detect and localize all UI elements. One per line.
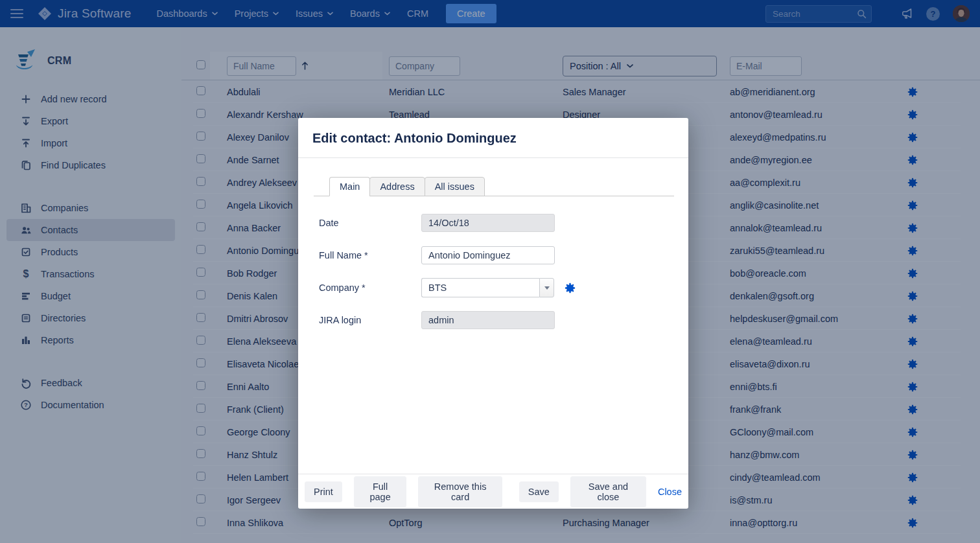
dialog-header: Edit contact: Antonio Dominguez — [298, 118, 688, 158]
company-combobox — [421, 278, 554, 297]
dropdown-arrow-icon — [544, 286, 550, 290]
date-field[interactable] — [421, 214, 555, 232]
print-button[interactable]: Print — [305, 481, 342, 502]
company-field[interactable] — [421, 278, 539, 297]
dialog-title: Edit contact: Antonio Dominguez — [312, 131, 674, 146]
edit-contact-dialog: Edit contact: Antonio Dominguez Main Add… — [298, 118, 688, 509]
company-label: Company * — [319, 283, 421, 293]
dialog-tabs: Main Address All issues — [314, 177, 674, 196]
full-name-field[interactable] — [421, 246, 555, 264]
save-and-close-button[interactable]: Save and close — [570, 476, 646, 507]
company-settings-gear-icon[interactable] — [565, 283, 576, 294]
contact-form: Date Full Name * Company * JIRA login — [319, 207, 688, 336]
jira-login-label: JIRA login — [319, 315, 421, 325]
remove-card-button[interactable]: Remove this card — [418, 476, 502, 507]
tab-all-issues[interactable]: All issues — [425, 177, 485, 196]
save-button[interactable]: Save — [519, 481, 559, 502]
full-name-label: Full Name * — [319, 250, 421, 260]
tab-address[interactable]: Address — [369, 177, 425, 196]
date-label: Date — [319, 218, 421, 228]
jira-login-field — [421, 311, 555, 329]
tab-main[interactable]: Main — [329, 177, 370, 196]
full-page-button[interactable]: Full page — [354, 476, 407, 507]
dialog-footer: Print Full page Remove this card Save Sa… — [298, 474, 688, 509]
company-dropdown-button[interactable] — [539, 278, 554, 297]
close-link[interactable]: Close — [658, 487, 682, 497]
